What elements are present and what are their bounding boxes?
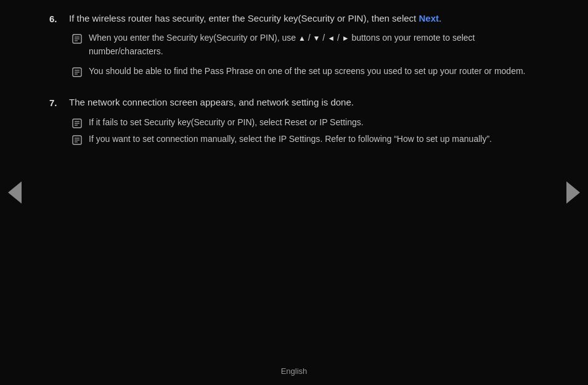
- step-7-note-1-after: .: [361, 117, 364, 127]
- step-7-text: The network connection screen appears, a…: [69, 95, 539, 109]
- note-icon-4: [69, 133, 85, 146]
- arrow-left: ◄: [327, 34, 335, 43]
- step-7-note-2-before: If you want to set connection manually, …: [89, 134, 279, 144]
- step-6-number: 6.: [49, 11, 69, 26]
- step-7-note-1-before: If it fails to set Security key(Security…: [89, 117, 284, 127]
- arrow-up: ▲: [298, 34, 306, 43]
- step-7-reset-link[interactable]: Reset: [284, 117, 307, 127]
- step-6-note-1-text: When you enter the Security key(Security…: [89, 31, 539, 58]
- step-6-text: If the wireless router has security, ent…: [69, 11, 539, 25]
- note-pencil-icon: [71, 33, 83, 44]
- step-7-content: The network connection screen appears, a…: [69, 95, 539, 150]
- arrow-right: ►: [342, 34, 349, 43]
- step-7-note-1: If it fails to set Security key(Security…: [69, 116, 539, 130]
- step-7-note-2-after: . Refer to following “How to set up manu…: [320, 134, 492, 144]
- language-label: English: [281, 366, 308, 376]
- note-pencil-icon-2: [71, 67, 83, 78]
- step-7-number: 7.: [49, 95, 69, 110]
- step-7-ip-settings-link-1[interactable]: IP Settings: [319, 117, 361, 127]
- arrow-down: ▼: [313, 34, 321, 43]
- note-pencil-icon-4: [71, 135, 83, 146]
- note-icon-1: [69, 32, 85, 44]
- step-7-note-1-between: or: [307, 117, 319, 127]
- footer: English: [0, 365, 588, 378]
- step-6-next-link[interactable]: Next: [419, 13, 439, 23]
- step-7-ip-settings-link-2[interactable]: IP Settings: [279, 134, 320, 144]
- step-7-note-1-text: If it fails to set Security key(Security…: [89, 116, 364, 130]
- step-6-note-2: You should be able to find the Pass Phra…: [69, 65, 539, 78]
- step-6-note-2-text: You should be able to find the Pass Phra…: [89, 65, 525, 78]
- step-6-text-after: .: [439, 13, 441, 23]
- step-6-note-1: When you enter the Security key(Security…: [69, 31, 539, 58]
- note-icon-3: [69, 117, 85, 129]
- step-7-note-2: If you want to set connection manually, …: [69, 133, 539, 146]
- step-6-text-before: If the wireless router has security, ent…: [69, 13, 419, 23]
- note-icon-2: [69, 65, 85, 78]
- note-pencil-icon-3: [71, 118, 83, 129]
- step-7: 7. The network connection screen appears…: [49, 95, 539, 150]
- step-7-note-2-text: If you want to set connection manually, …: [89, 133, 492, 146]
- step-6-content: If the wireless router has security, ent…: [69, 11, 539, 84]
- step-6: 6. If the wireless router has security, …: [49, 11, 539, 84]
- main-content: 6. If the wireless router has security, …: [0, 0, 588, 186]
